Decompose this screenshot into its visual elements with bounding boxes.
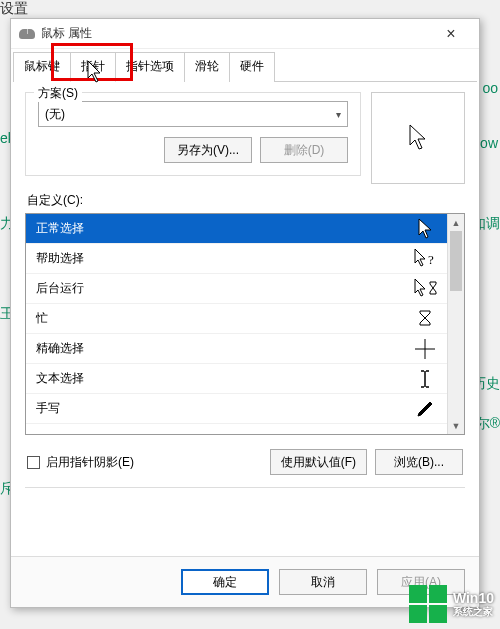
list-item[interactable]: 后台运行 [26, 274, 447, 304]
bg-text: oo [482, 80, 498, 96]
cancel-button[interactable]: 取消 [279, 569, 367, 595]
shadow-label: 启用指针阴影(E) [46, 454, 134, 471]
ibeam-cursor-icon [413, 367, 437, 391]
list-item[interactable]: 帮助选择 ? [26, 244, 447, 274]
cursor-preview [371, 92, 465, 184]
help-cursor-icon: ? [413, 247, 437, 271]
scheme-selected: (无) [45, 106, 65, 123]
ok-button[interactable]: 确定 [181, 569, 269, 595]
busy-arrow-cursor-icon [413, 277, 437, 301]
scrollbar[interactable]: ▲ ▼ [447, 214, 464, 434]
list-item[interactable]: 手写 [26, 394, 447, 424]
checkbox-icon [27, 456, 40, 469]
arrow-cursor-icon [406, 123, 430, 153]
dialog-title: 鼠标 属性 [41, 25, 431, 42]
watermark-logo-icon [409, 585, 447, 623]
pointer-shadow-checkbox[interactable]: 启用指针阴影(E) [27, 454, 134, 471]
scheme-label: 方案(S) [34, 85, 82, 102]
cursor-name: 忙 [36, 310, 48, 327]
cursor-name: 正常选择 [36, 220, 84, 237]
list-item[interactable]: 正常选择 [26, 214, 447, 244]
shadow-row: 启用指针阴影(E) 使用默认值(F) 浏览(B)... [25, 447, 465, 477]
close-button[interactable]: × [431, 20, 471, 48]
scroll-thumb[interactable] [450, 231, 462, 291]
list-item[interactable]: 精确选择 [26, 334, 447, 364]
tab-buttons[interactable]: 鼠标键 [13, 52, 71, 82]
hourglass-cursor-icon [413, 307, 437, 331]
chevron-down-icon: ▾ [336, 109, 341, 120]
arrow-cursor-icon [413, 217, 437, 241]
watermark-line1: Win10 [453, 591, 494, 606]
tab-hardware[interactable]: 硬件 [229, 52, 275, 82]
bg-text: ow [480, 135, 498, 151]
tab-wheel[interactable]: 滑轮 [184, 52, 230, 82]
watermark: Win10 系统之家 [409, 585, 494, 623]
scroll-down-button[interactable]: ▼ [448, 417, 464, 434]
scroll-up-button[interactable]: ▲ [448, 214, 464, 231]
browse-button[interactable]: 浏览(B)... [375, 449, 463, 475]
tab-strip: 鼠标键 指针 指针选项 滑轮 硬件 [13, 51, 477, 82]
tab-content: 方案(S) (无) ▾ 另存为(V)... 删除(D) 自定义(C): [11, 82, 479, 556]
watermark-line2: 系统之家 [453, 606, 494, 617]
mouse-icon [19, 29, 35, 39]
mouse-properties-dialog: 鼠标 属性 × 鼠标键 指针 指针选项 滑轮 硬件 方案(S) (无) ▾ 另存… [10, 18, 480, 608]
cursor-name: 后台运行 [36, 280, 84, 297]
bg-text: 设置 [0, 0, 28, 18]
list-item[interactable]: 忙 [26, 304, 447, 334]
use-defaults-button[interactable]: 使用默认值(F) [270, 449, 367, 475]
save-as-button[interactable]: 另存为(V)... [164, 137, 252, 163]
crosshair-cursor-icon [413, 337, 437, 361]
cursor-name: 帮助选择 [36, 250, 84, 267]
delete-button[interactable]: 删除(D) [260, 137, 348, 163]
scheme-combo[interactable]: (无) ▾ [38, 101, 348, 127]
tab-pointers[interactable]: 指针 [70, 52, 116, 82]
tab-pointer-options[interactable]: 指针选项 [115, 52, 185, 82]
cursor-listbox: 正常选择 帮助选择 ? 后台运行 [25, 213, 465, 435]
svg-text:?: ? [428, 252, 434, 267]
scheme-group: 方案(S) (无) ▾ 另存为(V)... 删除(D) [25, 92, 361, 176]
cursor-list[interactable]: 正常选择 帮助选择 ? 后台运行 [26, 214, 447, 434]
list-item[interactable]: 文本选择 [26, 364, 447, 394]
pen-cursor-icon [413, 397, 437, 421]
titlebar: 鼠标 属性 × [11, 19, 479, 49]
cursor-name: 文本选择 [36, 370, 84, 387]
customize-label: 自定义(C): [27, 192, 465, 209]
separator [25, 487, 465, 488]
cursor-name: 手写 [36, 400, 60, 417]
cursor-name: 精确选择 [36, 340, 84, 357]
